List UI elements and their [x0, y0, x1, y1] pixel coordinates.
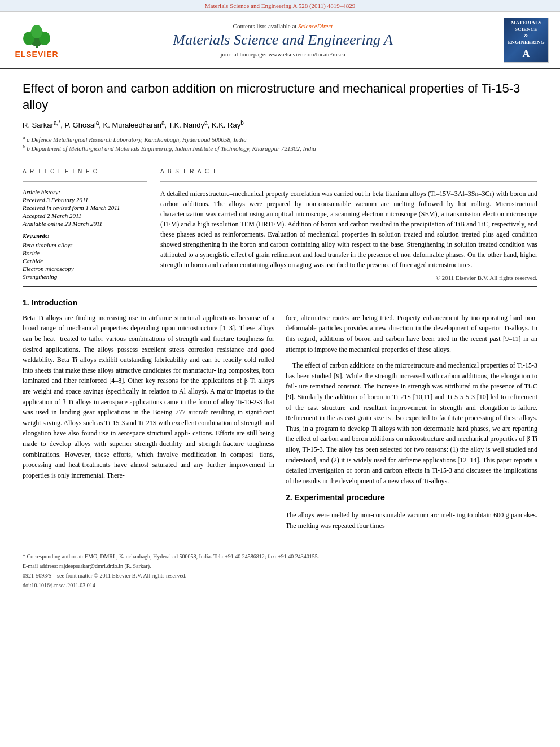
journal-center: Contents lists available at ScienceDirec… — [73, 23, 492, 58]
affiliation-a: a a Defence Metallurgical Research Labor… — [23, 134, 537, 143]
author-muraleedharan: K. Muraleedharan — [103, 121, 161, 130]
intro-col-right: fore, alternative routes are being tried… — [286, 313, 537, 536]
intro-col-left: Beta Ti-alloys are finding increasing us… — [23, 313, 274, 536]
accepted-date: Accepted 2 March 2011 — [23, 212, 147, 219]
info-abstract-columns: A R T I C L E I N F O Article history: R… — [23, 168, 537, 281]
abstract-text: A detailed microstructure–mechanical pro… — [160, 189, 537, 270]
logo-line-4: ENGINEERING — [508, 40, 544, 46]
intro-heading: 1. Introduction — [23, 298, 537, 307]
intro-col2-p2: The effect of carbon additions on the mi… — [286, 360, 537, 486]
journal-header: ELSEVIER Contents lists available at Sci… — [0, 12, 560, 69]
divider-info — [23, 181, 147, 182]
available-date: Available online 23 March 2011 — [23, 220, 147, 227]
author-nandy: T.K. Nandy — [169, 121, 205, 130]
journal-title: Materials Science and Engineering A — [73, 32, 492, 49]
contents-available: Contents lists available at ScienceDirec… — [73, 23, 492, 29]
elsevier-tree-icon — [20, 21, 54, 50]
introduction-section: 1. Introduction Beta Ti-alloys are findi… — [23, 298, 537, 536]
keyword-3: Carbide — [23, 257, 147, 264]
sciencedirect-link[interactable]: ScienceDirect — [298, 23, 333, 29]
keyword-1: Beta titanium alloys — [23, 242, 147, 248]
copyright-line: © 2011 Elsevier B.V. All rights reserved… — [160, 274, 537, 281]
doi-note: doi:10.1016/j.msea.2011.03.014 — [23, 582, 537, 589]
keyword-4: Electron microscopy — [23, 265, 147, 272]
author-sarkar: R. Sarkar — [23, 121, 54, 130]
divider-1 — [23, 161, 537, 161]
keywords-label: Keywords: — [23, 233, 147, 239]
intro-two-col: Beta Ti-alloys are finding increasing us… — [23, 313, 537, 536]
experimental-heading: 2. Experimental procedure — [286, 492, 537, 504]
main-content: Effect of boron and carbon addition on m… — [0, 69, 560, 602]
article-history: Article history: Received 3 February 201… — [23, 189, 147, 227]
affiliations: a a Defence Metallurgical Research Labor… — [23, 134, 537, 152]
keyword-2: Boride — [23, 250, 147, 256]
journal-homepage: journal homepage: www.elsevier.com/locat… — [73, 51, 492, 58]
abstract-column: A B S T R A C T A detailed microstructur… — [160, 168, 537, 281]
keywords-section: Keywords: Beta titanium alloys Boride Ca… — [23, 233, 147, 280]
received-date: Received 3 February 2011 — [23, 196, 147, 203]
footer-section: * Corresponding author at: EMG, DMRL, Ka… — [23, 548, 537, 589]
intro-col2-p1: fore, alternative routes are being tried… — [286, 313, 537, 355]
logo-line-1: MATERIALS — [508, 20, 544, 27]
affiliation-b: b b Department of Metallurgical and Mate… — [23, 143, 537, 152]
article-info-label: A R T I C L E I N F O — [23, 168, 147, 174]
divider-body — [23, 286, 537, 287]
elsevier-name: ELSEVIER — [15, 50, 58, 59]
authors-line: R. Sarkara,*, P. Ghosala, K. Muraleedhar… — [23, 120, 537, 129]
author-ray: K.K. Ray — [212, 121, 240, 130]
author-ghosal: P. Ghosal — [64, 121, 95, 130]
email-note: E-mail address: rajdeepsarkar@dmrl.drdo.… — [23, 562, 537, 570]
citation-text: Materials Science and Engineering A 528 … — [205, 2, 355, 9]
keyword-5: Strengthening — [23, 273, 147, 280]
abstract-label: A B S T R A C T — [160, 168, 537, 174]
logo-line-5: A — [508, 47, 544, 60]
logo-line-2: SCIENCE — [508, 27, 544, 33]
intro-p1: Beta Ti-alloys are finding increasing us… — [23, 313, 274, 481]
journal-logo-box: MATERIALS SCIENCE & ENGINEERING A — [504, 18, 549, 63]
corresponding-note: * Corresponding author at: EMG, DMRL, Ka… — [23, 553, 537, 561]
issn-note: 0921-5093/$ – see front matter © 2011 El… — [23, 572, 537, 580]
divider-abstract — [160, 181, 537, 182]
article-title: Effect of boron and carbon addition on m… — [23, 81, 537, 113]
article-info-column: A R T I C L E I N F O Article history: R… — [23, 168, 147, 281]
revised-date: Received in revised form 1 March 2011 — [23, 204, 147, 211]
journal-citation-bar: Materials Science and Engineering A 528 … — [0, 0, 560, 12]
logo-line-3: & — [508, 33, 544, 40]
svg-point-4 — [31, 25, 42, 38]
experimental-p1: The alloys were melted by non-consumable… — [286, 510, 537, 531]
elsevier-logo: ELSEVIER — [11, 21, 62, 59]
history-label: Article history: — [23, 189, 147, 195]
